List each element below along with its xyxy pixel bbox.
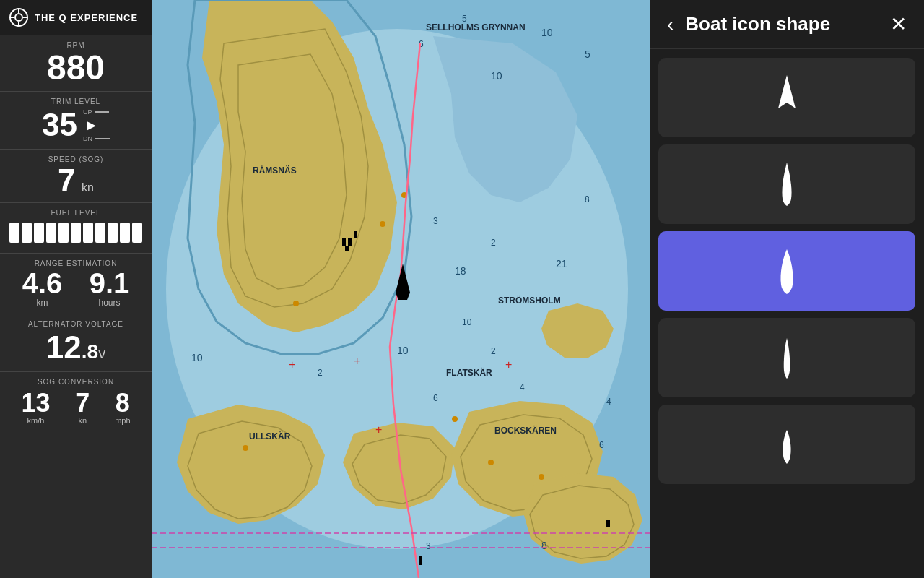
boat-shape-option-5[interactable] [658, 405, 915, 484]
svg-text:21: 21 [556, 258, 567, 269]
fuel-bar-10 [120, 223, 130, 243]
svg-text:FLATSKÄR: FLATSKÄR [446, 367, 492, 378]
svg-rect-45 [419, 556, 422, 565]
svg-rect-44 [606, 520, 610, 527]
fuel-label: FUEL LEVEL [9, 209, 143, 217]
svg-text:10: 10 [191, 352, 203, 363]
alternator-section: ALTERNATOR VOLTAGE 12.8v [0, 314, 152, 372]
range-km: 4.6 km [22, 269, 63, 308]
fuel-bar-2 [22, 223, 32, 243]
svg-rect-42 [354, 231, 357, 238]
sog-label: SOG CONVERSION [9, 378, 143, 386]
boat-shape-narrow-svg [774, 159, 800, 210]
svg-text:4: 4 [606, 397, 611, 407]
map-area[interactable]: 10 5 10 6 5 10 18 3 2 2 4 6 10 21 8 2 3 … [152, 0, 650, 578]
rpm-value: 880 [9, 51, 143, 85]
trim-section: TRIM LEVEL 35 UP ► DN [0, 92, 152, 150]
boat-shape-list [650, 49, 924, 578]
svg-text:+: + [505, 358, 512, 371]
svg-point-38 [539, 474, 544, 480]
range-label: RANGE ESTIMATION [9, 259, 143, 267]
trim-value: 35 [42, 107, 77, 143]
fuel-bars [9, 218, 143, 247]
sog-section: SOG CONVERSION 13 km/h 7 kn 8 mph [0, 372, 152, 434]
speed-section: SPEED (SOG) 7 kn [0, 150, 152, 203]
svg-text:ULLSKÄR: ULLSKÄR [249, 431, 291, 441]
svg-text:4: 4 [520, 382, 525, 392]
svg-point-36 [452, 416, 458, 422]
speed-value: 7 [58, 163, 75, 198]
svg-text:BOCKSKÄREN: BOCKSKÄREN [494, 425, 557, 436]
sog-kn-value: 7 [75, 390, 90, 416]
boat-shape-option-4[interactable] [658, 318, 915, 397]
trim-up-label: UP [83, 108, 92, 116]
sidebar-header: THE Q EXPERIENCE [0, 0, 152, 35]
fuel-bar-4 [46, 223, 56, 243]
speed-display: 7 kn [9, 165, 143, 197]
alternator-decimal: .8 [82, 340, 98, 363]
app-title: THE Q EXPERIENCE [35, 12, 138, 23]
svg-text:+: + [354, 355, 360, 367]
trim-dn-label: DN [83, 135, 92, 142]
trim-indicator-icon: ► [84, 117, 99, 134]
svg-text:STRÖMSHOLM: STRÖMSHOLM [498, 295, 561, 306]
fuel-bar-3 [34, 223, 44, 243]
svg-text:10: 10 [491, 70, 502, 82]
svg-text:SELLHOLMS GRYNNAN: SELLHOLMS GRYNNAN [426, 22, 526, 33]
logo-icon [9, 7, 29, 27]
range-hours: 9.1 hours [90, 269, 130, 308]
range-km-value: 4.6 [22, 269, 63, 298]
svg-rect-41 [348, 238, 352, 246]
svg-text:2: 2 [491, 346, 496, 356]
boat-shape-slim-svg [774, 332, 800, 383]
svg-text:3: 3 [426, 541, 431, 551]
svg-text:10: 10 [397, 345, 409, 356]
svg-text:2: 2 [491, 238, 496, 248]
svg-point-37 [488, 460, 494, 465]
trim-up[interactable]: UP [83, 108, 110, 116]
speed-unit: kn [82, 181, 94, 194]
svg-point-33 [380, 221, 385, 227]
svg-text:10: 10 [541, 27, 553, 38]
sog-mph-value: 8 [115, 390, 130, 416]
trim-dn-line [95, 138, 110, 139]
range-section: RANGE ESTIMATION 4.6 km 9.1 hours [0, 254, 152, 314]
trim-dn[interactable]: DN [83, 135, 110, 142]
boat-shape-small-svg [774, 419, 800, 470]
svg-text:+: + [375, 423, 382, 436]
panel-title: Boat icon shape [685, 13, 879, 35]
range-values: 4.6 km 9.1 hours [9, 269, 143, 308]
trim-label: TRIM LEVEL [9, 98, 143, 105]
svg-text:3: 3 [433, 216, 438, 226]
sog-kn: 7 kn [75, 390, 90, 425]
fuel-section: FUEL LEVEL [0, 203, 152, 254]
svg-text:6: 6 [599, 440, 604, 450]
fuel-bar-6 [71, 223, 81, 243]
sog-mph: 8 mph [115, 390, 130, 425]
alternator-unit: v [98, 345, 105, 361]
svg-rect-43 [345, 246, 349, 251]
boat-shape-arrow-svg [774, 72, 800, 123]
trim-up-line [95, 111, 109, 113]
svg-text:8: 8 [541, 540, 547, 551]
back-button[interactable]: ‹ [664, 14, 676, 35]
fuel-bar-9 [108, 223, 118, 243]
range-km-unit: km [22, 298, 63, 308]
trim-arrows: UP ► DN [83, 108, 110, 142]
boat-shape-option-1[interactable] [658, 58, 915, 137]
sidebar: THE Q EXPERIENCE RPM 880 TRIM LEVEL 35 U… [0, 0, 152, 578]
svg-text:8: 8 [585, 194, 590, 204]
svg-text:2: 2 [318, 368, 323, 378]
panel-header: ‹ Boat icon shape ✕ [650, 0, 924, 49]
alternator-display: 12.8v [9, 329, 143, 366]
fuel-bar-1 [9, 223, 19, 243]
sog-kmh-value: 13 [21, 390, 50, 416]
svg-point-35 [293, 301, 299, 306]
boat-shape-option-2[interactable] [658, 144, 915, 224]
close-button[interactable]: ✕ [887, 14, 910, 35]
boat-shape-rounded-svg [774, 246, 800, 296]
map-wrapper: 10 5 10 6 5 10 18 3 2 2 4 6 10 21 8 2 3 … [152, 0, 650, 578]
svg-text:18: 18 [455, 265, 466, 277]
alternator-label: ALTERNATOR VOLTAGE [9, 320, 143, 328]
boat-shape-option-3[interactable] [658, 231, 915, 311]
